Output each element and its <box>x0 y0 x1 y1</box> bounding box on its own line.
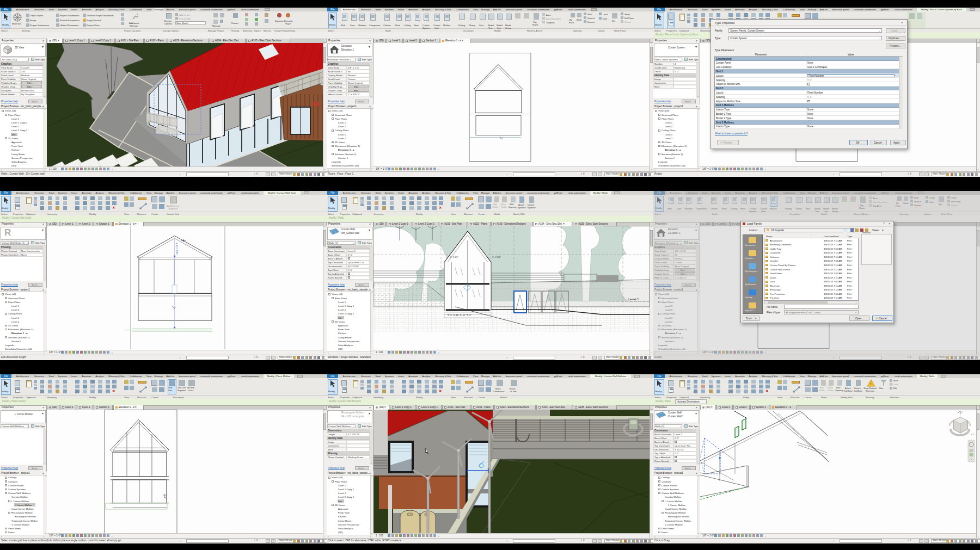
svg-text:!: ! <box>871 381 872 386</box>
svg-text:4' 11 13/64": 4' 11 13/64" <box>175 242 179 255</box>
svg-text:5'-3" 4'-11" 4'-11" 5'-3": 5'-3" 4'-11" 4'-11" 5'-3" <box>448 314 471 317</box>
svg-text:Level 1: Level 1 <box>628 298 639 301</box>
svg-text:1'- 2 3/4": 1'- 2 3/4" <box>492 256 501 258</box>
svg-text:1'- 2 3/4": 1'- 2 3/4" <box>450 256 458 258</box>
